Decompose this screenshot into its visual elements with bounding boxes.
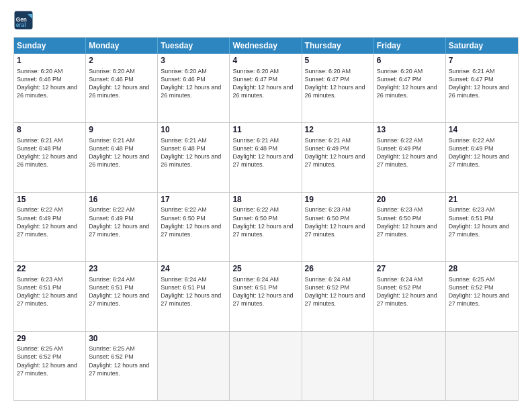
daylight-label: Daylight: 12 hours and 27 minutes.: [17, 362, 77, 377]
daylight-label: Daylight: 12 hours and 27 minutes.: [305, 292, 365, 307]
sunrise-label: Sunrise: 6:20 AM: [232, 68, 279, 75]
day-cell-10: 10 Sunrise: 6:21 AM Sunset: 6:48 PM Dayl…: [158, 123, 230, 191]
sunset-label: Sunset: 6:52 PM: [89, 353, 134, 360]
day-number: 11: [232, 125, 298, 136]
sunrise-label: Sunrise: 6:24 AM: [377, 276, 423, 283]
day-header-friday: Friday: [374, 38, 446, 54]
daylight-label: Daylight: 12 hours and 27 minutes.: [449, 292, 509, 307]
calendar-row-1: 1 Sunrise: 6:20 AM Sunset: 6:46 PM Dayli…: [14, 54, 518, 123]
day-number: 18: [232, 195, 298, 205]
sunrise-label: Sunrise: 6:21 AM: [449, 68, 495, 75]
svg-text:eral: eral: [16, 22, 26, 28]
sunset-label: Sunset: 6:48 PM: [17, 145, 62, 152]
sunset-label: Sunset: 6:52 PM: [17, 353, 62, 360]
daylight-label: Daylight: 12 hours and 26 minutes.: [377, 84, 437, 99]
cell-info: Sunrise: 6:25 AM Sunset: 6:52 PM Dayligh…: [449, 275, 515, 308]
daylight-label: Daylight: 12 hours and 27 minutes.: [89, 223, 149, 238]
sunrise-label: Sunrise: 6:22 AM: [161, 206, 207, 213]
daylight-label: Daylight: 12 hours and 27 minutes.: [232, 153, 293, 168]
sunset-label: Sunset: 6:51 PM: [89, 284, 134, 291]
cell-info: Sunrise: 6:24 AM Sunset: 6:51 PM Dayligh…: [89, 275, 154, 308]
day-number: 15: [17, 195, 83, 205]
day-cell-7: 7 Sunrise: 6:21 AM Sunset: 6:47 PM Dayli…: [446, 54, 518, 122]
day-number: 2: [89, 56, 154, 66]
daylight-label: Daylight: 12 hours and 27 minutes.: [89, 292, 149, 307]
cell-info: Sunrise: 6:20 AM Sunset: 6:47 PM Dayligh…: [305, 67, 371, 100]
day-cell-14: 14 Sunrise: 6:22 AM Sunset: 6:49 PM Dayl…: [446, 123, 518, 191]
cell-info: Sunrise: 6:23 AM Sunset: 6:51 PM Dayligh…: [17, 275, 83, 308]
daylight-label: Daylight: 12 hours and 27 minutes.: [377, 223, 437, 238]
cell-info: Sunrise: 6:22 AM Sunset: 6:49 PM Dayligh…: [377, 136, 443, 169]
empty-cell: [446, 332, 518, 400]
day-header-tuesday: Tuesday: [158, 38, 230, 54]
cell-info: Sunrise: 6:22 AM Sunset: 6:49 PM Dayligh…: [89, 205, 154, 238]
day-number: 9: [89, 125, 154, 136]
cell-info: Sunrise: 6:22 AM Sunset: 6:49 PM Dayligh…: [17, 205, 83, 238]
sunset-label: Sunset: 6:49 PM: [305, 145, 350, 152]
cell-info: Sunrise: 6:20 AM Sunset: 6:47 PM Dayligh…: [232, 67, 298, 100]
day-number: 6: [377, 56, 443, 66]
day-header-wednesday: Wednesday: [230, 38, 302, 54]
logo-icon: Gen eral: [13, 10, 34, 30]
day-header-saturday: Saturday: [446, 38, 518, 54]
day-number: 30: [89, 334, 154, 345]
day-header-sunday: Sunday: [14, 38, 86, 54]
sunrise-label: Sunrise: 6:22 AM: [232, 206, 279, 213]
sunrise-label: Sunrise: 6:25 AM: [449, 276, 495, 283]
day-number: 12: [305, 125, 371, 136]
day-cell-25: 25 Sunrise: 6:24 AM Sunset: 6:51 PM Dayl…: [230, 262, 302, 330]
day-cell-16: 16 Sunrise: 6:22 AM Sunset: 6:49 PM Dayl…: [86, 193, 158, 261]
calendar-header: SundayMondayTuesdayWednesdayThursdayFrid…: [14, 38, 518, 54]
day-cell-21: 21 Sunrise: 6:23 AM Sunset: 6:51 PM Dayl…: [446, 193, 518, 261]
day-cell-18: 18 Sunrise: 6:22 AM Sunset: 6:50 PM Dayl…: [230, 193, 302, 261]
daylight-label: Daylight: 12 hours and 27 minutes.: [449, 153, 509, 168]
day-cell-29: 29 Sunrise: 6:25 AM Sunset: 6:52 PM Dayl…: [14, 332, 86, 400]
sunset-label: Sunset: 6:48 PM: [89, 145, 134, 152]
calendar-row-2: 8 Sunrise: 6:21 AM Sunset: 6:48 PM Dayli…: [14, 123, 518, 192]
sunrise-label: Sunrise: 6:21 AM: [232, 137, 279, 144]
sunset-label: Sunset: 6:51 PM: [161, 284, 206, 291]
day-number: 26: [305, 264, 371, 275]
day-number: 5: [305, 56, 371, 66]
sunrise-label: Sunrise: 6:21 AM: [89, 137, 135, 144]
sunrise-label: Sunrise: 6:22 AM: [377, 137, 423, 144]
day-cell-2: 2 Sunrise: 6:20 AM Sunset: 6:46 PM Dayli…: [86, 54, 158, 122]
empty-cell: [302, 332, 374, 400]
daylight-label: Daylight: 12 hours and 26 minutes.: [17, 153, 77, 168]
day-cell-8: 8 Sunrise: 6:21 AM Sunset: 6:48 PM Dayli…: [14, 123, 86, 191]
sunrise-label: Sunrise: 6:23 AM: [17, 276, 63, 283]
day-cell-12: 12 Sunrise: 6:21 AM Sunset: 6:49 PM Dayl…: [302, 123, 374, 191]
day-cell-26: 26 Sunrise: 6:24 AM Sunset: 6:52 PM Dayl…: [302, 262, 374, 330]
sunrise-label: Sunrise: 6:24 AM: [161, 276, 207, 283]
sunrise-label: Sunrise: 6:21 AM: [305, 137, 351, 144]
cell-info: Sunrise: 6:21 AM Sunset: 6:48 PM Dayligh…: [232, 136, 298, 169]
cell-info: Sunrise: 6:23 AM Sunset: 6:51 PM Dayligh…: [449, 205, 515, 238]
sunrise-label: Sunrise: 6:23 AM: [449, 206, 495, 213]
logo: Gen eral: [13, 10, 36, 30]
sunrise-label: Sunrise: 6:25 AM: [89, 345, 135, 352]
daylight-label: Daylight: 12 hours and 26 minutes.: [89, 84, 149, 99]
cell-info: Sunrise: 6:20 AM Sunset: 6:46 PM Dayligh…: [89, 67, 154, 100]
daylight-label: Daylight: 12 hours and 26 minutes.: [305, 84, 365, 99]
sunset-label: Sunset: 6:50 PM: [161, 215, 206, 222]
sunset-label: Sunset: 6:49 PM: [377, 145, 422, 152]
day-header-thursday: Thursday: [302, 38, 374, 54]
calendar: SundayMondayTuesdayWednesdayThursdayFrid…: [13, 37, 519, 401]
day-cell-13: 13 Sunrise: 6:22 AM Sunset: 6:49 PM Dayl…: [374, 123, 446, 191]
day-cell-20: 20 Sunrise: 6:23 AM Sunset: 6:50 PM Dayl…: [374, 193, 446, 261]
calendar-row-3: 15 Sunrise: 6:22 AM Sunset: 6:49 PM Dayl…: [14, 193, 518, 262]
day-cell-17: 17 Sunrise: 6:22 AM Sunset: 6:50 PM Dayl…: [158, 193, 230, 261]
sunrise-label: Sunrise: 6:24 AM: [232, 276, 279, 283]
cell-info: Sunrise: 6:24 AM Sunset: 6:52 PM Dayligh…: [305, 275, 371, 308]
sunrise-label: Sunrise: 6:25 AM: [17, 345, 63, 352]
day-cell-4: 4 Sunrise: 6:20 AM Sunset: 6:47 PM Dayli…: [230, 54, 302, 122]
cell-info: Sunrise: 6:22 AM Sunset: 6:49 PM Dayligh…: [449, 136, 515, 169]
day-cell-15: 15 Sunrise: 6:22 AM Sunset: 6:49 PM Dayl…: [14, 193, 86, 261]
sunset-label: Sunset: 6:52 PM: [377, 284, 422, 291]
daylight-label: Daylight: 12 hours and 26 minutes.: [161, 153, 221, 168]
empty-cell: [158, 332, 230, 400]
day-header-monday: Monday: [86, 38, 158, 54]
day-cell-6: 6 Sunrise: 6:20 AM Sunset: 6:47 PM Dayli…: [374, 54, 446, 122]
sunrise-label: Sunrise: 6:21 AM: [161, 137, 207, 144]
daylight-label: Daylight: 12 hours and 27 minutes.: [377, 153, 437, 168]
